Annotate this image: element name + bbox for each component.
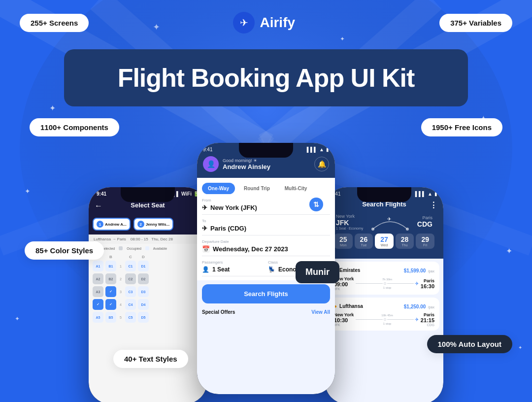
lh-bar-2 — [387, 319, 414, 320]
tab-multi-city[interactable]: Multi-City — [279, 183, 313, 194]
tab-one-way[interactable]: One-Way — [202, 183, 235, 194]
lh-mid: 10h 45m ✈ 1 stop — [356, 314, 419, 325]
weekday-26: Tue — [357, 243, 371, 247]
day-27: 27 — [377, 235, 392, 243]
weekday-27: Wed — [377, 243, 392, 247]
col-headers: A B C D — [93, 255, 203, 259]
day-26: 26 — [357, 235, 371, 243]
pax-icon: 👤 — [202, 266, 209, 273]
status-icons-center: ▌▌▌ ▲ ▮ — [307, 147, 329, 152]
star-decor: ✦ — [15, 315, 20, 322]
emirates-card[interactable]: ● Emirates $1,599.00 /pax New York 09:00 — [329, 262, 439, 295]
seat-b3[interactable]: ✓ — [105, 286, 116, 297]
origin-code: JFK — [336, 219, 363, 227]
em-dep-time: 09:00 — [334, 281, 354, 287]
lh-dest: Paris 21:15 CDG — [421, 312, 434, 327]
lufthansa-card[interactable]: ● Lufthansa $1,250.00 /pax New York 10:3… — [329, 298, 439, 331]
back-button[interactable]: ← — [95, 201, 102, 210]
passenger-1: 1 Andrew A... — [93, 218, 131, 231]
swap-button[interactable]: ⇅ — [309, 198, 323, 211]
greeting: Good morning! ☀ — [223, 158, 270, 163]
from-field: From ✈ New York (JFK) ⇅ — [202, 194, 330, 215]
seat-b4[interactable]: ✓ — [105, 299, 116, 310]
notification-button[interactable]: 🔔 — [314, 157, 329, 171]
special-label: Special Offers — [202, 309, 235, 315]
seat-c1[interactable]: C1 — [125, 261, 136, 271]
lh-origin: New York 10:30 JFK — [334, 312, 354, 327]
seat-a4[interactable]: ✓ — [93, 299, 103, 310]
tab-round-trip[interactable]: Round Trip — [238, 183, 276, 194]
more-options-button[interactable]: ⋮ — [430, 201, 437, 210]
seat-d1[interactable]: D1 — [138, 261, 149, 271]
day-28: 28 — [398, 235, 412, 243]
emirates-path: New York 09:00 JFK 7h 30m ✈ — [334, 276, 434, 291]
pax-num-2: 2 — [137, 221, 144, 228]
name-block: Good morning! ☀ Andrew Ainsley — [223, 158, 270, 170]
dest-info: Paris CDG — [417, 215, 432, 228]
signal-r: ▌▌▌ — [415, 191, 426, 197]
date-29[interactable]: 29 Fri — [416, 234, 434, 249]
occupied-dot — [119, 246, 123, 250]
date-25[interactable]: 25 Mon — [334, 234, 353, 249]
date-26[interactable]: 26 Tue — [355, 234, 373, 249]
seat-legend: Selected Occupied Available — [89, 244, 207, 253]
seat-c4[interactable]: C4 — [125, 299, 136, 310]
seat-b1[interactable]: B1 — [105, 261, 116, 271]
seat-row-5: A5 B5 5 C5 D5 — [93, 312, 203, 323]
variables-badge: 375+ Variables — [439, 14, 512, 32]
phones-container: 9:41 ▌▌▌ WiFi 🔋 ← Select Seat 1 Andrew A… — [20, 143, 512, 394]
seat-d4[interactable]: D4 — [138, 299, 149, 310]
to-icon: ✈ — [202, 225, 207, 232]
route-info: → Paris — [112, 237, 126, 241]
date-28[interactable]: 28 Thu — [396, 234, 414, 249]
col-c: C — [125, 255, 136, 259]
phone-notch-left — [121, 187, 175, 202]
emirates-price: $1,599.00 — [404, 268, 426, 273]
user-greeting: 👤 Good morning! ☀ Andrew Ainsley 🔔 — [203, 156, 329, 172]
row-num-4: 4 — [118, 303, 123, 306]
seat-a5[interactable]: A5 — [93, 312, 103, 323]
seat-b5[interactable]: B5 — [105, 312, 116, 323]
route-arc-svg: ✈ — [370, 212, 410, 232]
seat-d5[interactable]: D5 — [138, 312, 149, 323]
lh-dep-code: JFK — [334, 323, 354, 327]
lufthansa-price-block: $1,250.00 /pax — [404, 302, 434, 310]
date-selector: 25 Mon 26 Tue 27 Wed 28 Thu — [331, 232, 437, 253]
svg-point-7 — [371, 228, 374, 231]
origin-label: New York — [336, 214, 363, 219]
seat-a1[interactable]: A1 — [93, 261, 103, 271]
screens-badge: 255+ Screens — [20, 14, 89, 32]
search-flights-button[interactable]: Search Flights — [202, 284, 330, 303]
to-city: Paris (CDG) — [210, 225, 246, 232]
pax-name-1: Andrew A... — [105, 222, 127, 227]
date-27[interactable]: 27 Wed — [375, 234, 394, 249]
em-dest: Paris 16:30 — [421, 278, 434, 289]
screen-right: 9:41 ▌▌▌ ▲ ▮ Search Flights ⋮ New York J… — [325, 187, 443, 402]
day-25: 25 — [336, 235, 351, 243]
svg-text:✈: ✈ — [387, 216, 391, 222]
user-info: 👤 Good morning! ☀ Andrew Ainsley — [203, 156, 270, 172]
munir-badge: Munir — [296, 261, 339, 283]
seat-c3[interactable]: C3 — [125, 286, 136, 297]
seat-row-4: ✓ ✓ 4 C4 D4 — [93, 299, 203, 310]
lufthansa-price: $1,250.00 — [404, 304, 426, 309]
lh-arrow: ✈ — [415, 317, 419, 322]
emirates-top: ● Emirates $1,599.00 /pax — [334, 266, 434, 274]
available-label: Available — [153, 247, 167, 250]
seat-d3[interactable]: D3 — [138, 286, 149, 297]
icons-badge: 1950+ Free Icons — [421, 118, 502, 136]
lh-dot — [384, 318, 386, 321]
lh-line: ✈ — [356, 317, 419, 322]
text-styles-badge: 40+ Text Styles — [113, 350, 188, 368]
row-num-2: 2 — [118, 277, 123, 281]
view-all-link[interactable]: View All — [311, 309, 330, 315]
star-decor: ✦ — [49, 103, 56, 113]
to-label: To — [202, 219, 330, 223]
time-center: 9:41 — [203, 147, 212, 152]
route-arc: New York JFK 1 Seat · Economy ✈ Paris CD… — [331, 210, 437, 232]
seat-c5[interactable]: C5 — [125, 312, 136, 323]
seat-row-3: A3 ✓ 3 C3 D3 — [93, 286, 203, 297]
emirates-price-block: $1,599.00 /pax — [404, 266, 434, 274]
em-mid: 7h 30m ✈ 1 stop — [356, 278, 419, 289]
seat-d2: D2 — [138, 273, 149, 284]
